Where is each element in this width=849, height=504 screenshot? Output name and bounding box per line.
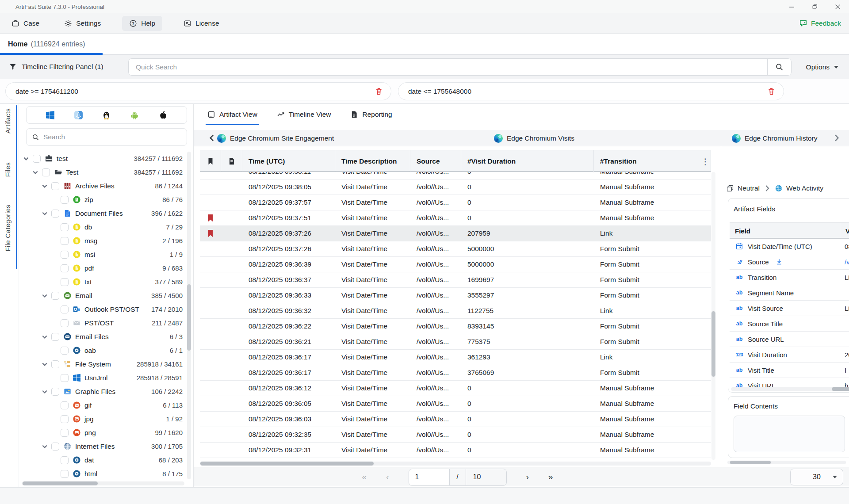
table-row[interactable]: 08/12/2025 09:36:37Visit Date/Time/vol0/… [200, 272, 711, 288]
artifact-tab-visits[interactable]: Edge Chromium Visits [494, 130, 574, 146]
field-row-transition[interactable]: abTransitionLink [730, 270, 849, 285]
tree-item-msg[interactable]: msg2 / 196 [19, 234, 184, 248]
timeline-filtering-panel-button[interactable]: Timeline Filtering Panel (1) [9, 55, 103, 79]
tree-item-txt[interactable]: txt377 / 589 [19, 275, 184, 289]
checkbox[interactable] [61, 374, 69, 382]
table-row[interactable]: 08/12/2025 09:38:11Visit Date/Time/vol0/… [200, 172, 711, 179]
table-vertical-scrollbar[interactable] [711, 172, 715, 460]
tree-item-png[interactable]: png99 / 1620 [19, 426, 184, 439]
page-size-dropdown[interactable]: 30 [790, 469, 843, 485]
checkbox[interactable] [61, 264, 69, 272]
os-filter-apple[interactable] [158, 111, 168, 120]
column-menu-kebab-icon[interactable] [700, 150, 710, 172]
checkbox[interactable] [51, 292, 59, 300]
checkbox[interactable] [61, 347, 69, 355]
minimize-button[interactable] [780, 0, 803, 13]
tab-home[interactable]: Home (1116924 entries) [8, 34, 85, 55]
field-row-visit-duration[interactable]: 123Visit Duration207959 [730, 347, 849, 363]
column-header-time[interactable]: Time (UTC) [242, 150, 335, 172]
filter-chip-date-from[interactable]: date >= 1754611200 [5, 82, 391, 100]
table-row[interactable]: 08/12/2025 09:32:31Visit Date/Time/vol0/… [200, 443, 711, 458]
previous-page-button[interactable]: ‹ [386, 472, 389, 482]
table-row[interactable]: 08/12/2025 09:36:33Visit Date/Time/vol0/… [200, 288, 711, 303]
checkbox[interactable] [51, 360, 59, 368]
first-page-button[interactable]: « [362, 472, 367, 482]
tree-item-db[interactable]: db7 / 29 [19, 220, 184, 234]
checkbox[interactable] [51, 388, 59, 396]
tree-item-archive-files[interactable]: Archive Files86 / 1244 [19, 179, 184, 193]
tree-item-pdf[interactable]: pdf9 / 683 [19, 261, 184, 275]
tree-search-input[interactable] [43, 133, 181, 141]
artifact-tab-history[interactable]: Edge Chromium History [732, 130, 818, 146]
table-row[interactable]: 08/12/2025 09:36:05Visit Date/Time/vol0/… [200, 396, 711, 412]
checkbox[interactable] [61, 429, 69, 437]
checkbox[interactable] [33, 155, 41, 163]
table-row[interactable]: 08/12/2025 09:32:35Visit Date/Time/vol0/… [200, 427, 711, 443]
column-header-transition[interactable]: #Transition [594, 150, 711, 172]
scrollbar-thumb[interactable] [711, 311, 715, 377]
table-row[interactable]: 08/12/2025 09:36:22Visit Date/Time/vol0/… [200, 319, 711, 334]
tab-artifact-view[interactable]: Artifact View [207, 104, 257, 125]
table-row[interactable]: 08/12/2025 09:37:51Visit Date/Time/vol0/… [200, 210, 711, 226]
table-horizontal-scrollbar[interactable] [200, 462, 711, 466]
table-row[interactable]: 08/12/2025 09:37:26Visit Date/Time/vol0/… [200, 226, 711, 241]
value-column-header[interactable]: Value [840, 223, 849, 239]
os-filter-linux[interactable] [102, 111, 111, 120]
chevron-down-icon[interactable] [41, 333, 48, 340]
tree-item-file-system[interactable]: File System285918 / 34161 [19, 357, 184, 371]
field-row-visit-date-time-utc[interactable]: Visit Date/Time (UTC)08/12/2025 09:37:26 [730, 239, 849, 254]
checkbox[interactable] [42, 168, 50, 176]
field-row-source[interactable]: ://Source/vol0//Us... [730, 254, 849, 270]
tree-item-zip[interactable]: zip86 / 76 [19, 193, 184, 206]
tree-item-graphic-files[interactable]: Graphic Files106 / 2242 [19, 385, 184, 398]
os-filter-android[interactable] [130, 111, 139, 120]
checkbox[interactable] [61, 237, 69, 245]
download-icon[interactable] [776, 258, 783, 265]
maximize-button[interactable] [803, 0, 826, 13]
menu-item-license[interactable]: License [180, 16, 222, 31]
checkbox[interactable] [61, 456, 69, 464]
tree-item-document-files[interactable]: Document Files396 / 1622 [19, 206, 184, 220]
scrollbar-thumb[interactable] [730, 461, 771, 464]
details-horizontal-scrollbar[interactable] [727, 461, 846, 464]
menu-item-settings[interactable]: Settings [61, 16, 104, 31]
tree-item-email[interactable]: Email385 / 4500 [19, 289, 184, 302]
trash-icon[interactable] [767, 87, 776, 95]
tab-reporting[interactable]: Reporting [350, 104, 392, 125]
chevron-down-icon[interactable] [41, 292, 48, 299]
checkbox[interactable] [61, 251, 69, 259]
table-row[interactable]: 08/12/2025 09:36:17Visit Date/Time/vol0/… [200, 365, 711, 381]
column-header-visit-duration[interactable]: #Visit Duration [461, 150, 594, 172]
os-filter-windows[interactable] [46, 111, 55, 120]
chevron-down-icon[interactable] [23, 155, 30, 162]
table-row[interactable]: 08/12/2025 09:36:21Visit Date/Time/vol0/… [200, 334, 711, 350]
tree-item-msi[interactable]: msi1 / 9 [19, 248, 184, 261]
tree-item-jpg[interactable]: jpg1 / 92 [19, 412, 184, 426]
scrollbar-thumb[interactable] [23, 481, 98, 485]
checkbox[interactable] [61, 278, 69, 286]
os-filter-macos[interactable] [74, 111, 83, 120]
table-row[interactable]: 08/12/2025 09:36:39Visit Date/Time/vol0/… [200, 257, 711, 272]
tree-item-usnjrnl[interactable]: UsnJrnl285918 / 28591 [19, 371, 184, 385]
table-row[interactable]: 08/12/2025 09:36:03Visit Date/Time/vol0/… [200, 412, 711, 427]
current-page-input[interactable] [409, 469, 450, 486]
checkbox[interactable] [61, 223, 69, 231]
fields-horizontal-scrollbar[interactable] [731, 387, 849, 391]
checkbox[interactable] [51, 182, 59, 190]
checkbox[interactable] [61, 415, 69, 423]
field-row-segment-name[interactable]: abSegment Name [730, 285, 849, 301]
side-tab-artifacts[interactable]: Artifacts [4, 108, 11, 134]
column-header-source[interactable]: Source [410, 150, 461, 172]
tree-item-dat[interactable]: dat68 / 203 [19, 453, 184, 467]
last-page-button[interactable]: » [548, 472, 553, 482]
tree-item-test[interactable]: Test384257 / 111692 [19, 165, 184, 179]
table-row[interactable]: 08/12/2025 09:37:57Visit Date/Time/vol0/… [200, 195, 711, 210]
chevron-right-icon[interactable] [832, 134, 841, 142]
field-row-visit-title[interactable]: abVisit TitleI [730, 363, 849, 378]
chevron-down-icon[interactable] [41, 361, 48, 368]
checkbox[interactable] [51, 210, 59, 218]
scrollbar-thumb[interactable] [832, 387, 849, 391]
tree-item-pst-ost[interactable]: PST/OST211 / 2487 [19, 316, 184, 330]
tree-item-internet-files[interactable]: Internet Files300 / 1705 [19, 439, 184, 453]
checkbox[interactable] [61, 319, 69, 327]
